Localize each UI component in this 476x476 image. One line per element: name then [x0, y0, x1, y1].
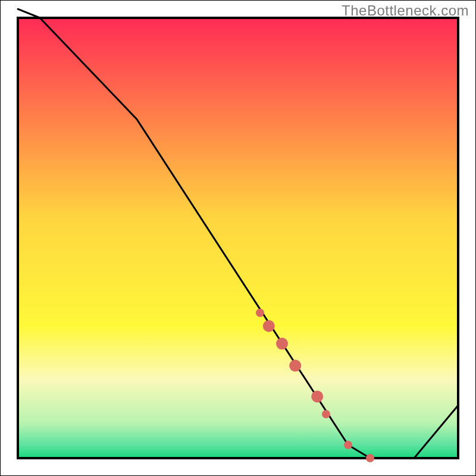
data-marker — [311, 390, 323, 402]
data-marker — [366, 454, 374, 462]
watermark-label: TheBottleneck.com — [342, 2, 469, 19]
data-marker — [256, 309, 264, 317]
chart-svg — [0, 0, 476, 476]
data-marker — [263, 320, 275, 332]
data-marker — [289, 360, 301, 372]
data-marker — [344, 441, 352, 449]
chart-root: TheBottleneck.com — [0, 0, 476, 476]
data-marker — [322, 410, 330, 418]
plot-background — [18, 18, 458, 458]
data-marker — [276, 338, 288, 350]
